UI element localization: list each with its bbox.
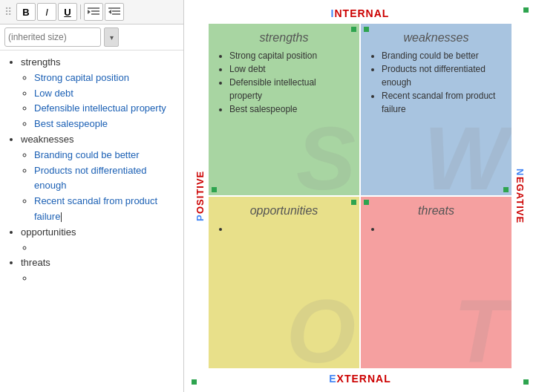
- font-size-input[interactable]: [4, 27, 101, 47]
- list-item: [34, 271, 176, 287]
- list-item: strengths Strong capital position Low de…: [21, 55, 176, 132]
- positive-label: POSITIVE: [192, 24, 209, 368]
- internal-label: INTERNAL: [331, 7, 390, 19]
- list-item: threats: [21, 255, 176, 287]
- list-item: Recent scandal from product failure: [382, 89, 503, 116]
- opportunities-title: opportunities: [218, 204, 350, 218]
- corner-dot: [212, 187, 217, 192]
- corner-dot: [351, 200, 356, 205]
- editor-content[interactable]: strengths Strong capital position Low de…: [0, 50, 183, 392]
- swot-diagram-panel: INTERNAL POSITIVE S strengths Strong cap…: [184, 0, 536, 392]
- list-item: [382, 222, 503, 235]
- drag-handle[interactable]: ⠿: [4, 6, 12, 18]
- bold-button[interactable]: B: [16, 3, 36, 21]
- swot-grid-container: POSITIVE S strengths Strong capital posi…: [192, 24, 529, 368]
- list-item: weaknesses Branding could be better Prod…: [21, 132, 176, 225]
- list-item: Best salespeople: [229, 102, 350, 116]
- outdent-icon: [108, 7, 120, 17]
- corner-dot-bottom-left: [192, 379, 197, 385]
- corner-dot-top-right: [523, 7, 529, 13]
- list-item: opportunities: [21, 225, 176, 256]
- indent-button[interactable]: [84, 3, 103, 21]
- svg-marker-7: [108, 10, 111, 14]
- external-label-first: E: [329, 373, 336, 385]
- corner-dot-bottom-right: [523, 379, 529, 385]
- list-item: Strong capital position: [34, 71, 176, 86]
- strengths-bg-letter: S: [296, 114, 356, 195]
- left-editor-panel: ⠿ B I U ▾ stre: [0, 0, 184, 392]
- negative-label: NEGATIVE: [512, 24, 529, 368]
- swot-cell-strengths: S strengths Strong capital position Low …: [209, 24, 359, 195]
- formatting-toolbar: ⠿ B I U: [0, 0, 183, 24]
- swot-grid: S strengths Strong capital position Low …: [209, 24, 512, 368]
- list-item: Best salespeople: [34, 117, 176, 132]
- list-item: Defensible intellectual property: [34, 101, 176, 117]
- threats-title: threats: [370, 204, 503, 218]
- list-item: Strong capital position: [229, 49, 350, 62]
- opportunities-bg-letter: O: [287, 287, 356, 368]
- indent-icon: [88, 7, 99, 17]
- list-item: Products not differentiated enough: [382, 62, 503, 89]
- strengths-title: strengths: [218, 31, 350, 45]
- corner-dot: [351, 27, 356, 32]
- internal-label-rest: NTERNAL: [335, 7, 390, 19]
- font-size-row: ▾: [0, 24, 183, 50]
- underline-button[interactable]: U: [58, 3, 77, 21]
- corner-dot: [364, 200, 369, 205]
- list-item: Products not differentiated enough: [34, 163, 176, 195]
- weaknesses-title: weaknesses: [370, 31, 503, 45]
- weaknesses-list: Branding could be better Products not di…: [370, 49, 503, 116]
- threats-list: [370, 222, 503, 235]
- list-item: Low debt: [34, 86, 176, 102]
- font-size-dropdown-arrow[interactable]: ▾: [104, 27, 119, 47]
- weaknesses-bg-letter: W: [424, 114, 508, 195]
- list-item: Defensible intellectual property: [229, 76, 350, 102]
- outdent-button[interactable]: [105, 3, 124, 21]
- list-item: [229, 222, 350, 235]
- opportunities-list: [218, 222, 350, 235]
- list-item: Branding could be better: [382, 49, 503, 62]
- threats-bg-letter: T: [454, 287, 508, 368]
- swot-cell-weaknesses: W weaknesses Branding could be better Pr…: [361, 24, 512, 195]
- external-label: EXTERNAL: [329, 373, 390, 385]
- svg-marker-3: [88, 10, 91, 14]
- swot-cell-opportunities: O opportunities: [209, 197, 359, 368]
- strengths-list: Strong capital position Low debt Defensi…: [218, 49, 350, 116]
- swot-cell-threats: T threats: [361, 197, 512, 368]
- corner-dot: [503, 187, 509, 192]
- corner-dot: [364, 27, 369, 32]
- italic-button[interactable]: I: [37, 3, 56, 21]
- toolbar-divider: [80, 4, 81, 19]
- list-item: Branding could be better: [34, 148, 176, 163]
- external-label-rest: XTERNAL: [337, 373, 391, 385]
- text-cursor: [61, 212, 62, 222]
- list-item: Recent scandal from product failure: [34, 194, 176, 225]
- list-item: [34, 241, 176, 256]
- list-item: Low debt: [229, 62, 350, 76]
